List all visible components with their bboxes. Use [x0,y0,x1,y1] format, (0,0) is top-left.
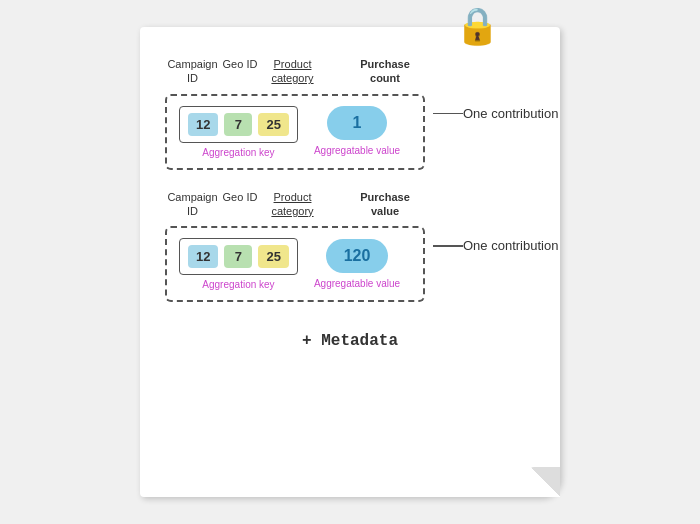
key-group-2: 12 7 25 [179,238,298,275]
contribution-inner-2: Campaign ID Geo ID Product category Purc… [165,190,425,303]
line-connector-2 [433,245,463,247]
key-plus-label-2: 12 7 25 Aggregation key [179,238,298,290]
contribution-row-1: Campaign ID Geo ID Product category Purc… [165,57,535,170]
campaign-header-2: Campaign ID [165,190,220,219]
contribution-block-2: Campaign ID Geo ID Product category Purc… [165,190,535,303]
agg-value-bubble-2: 120 [326,239,389,273]
contribution-row-2: Campaign ID Geo ID Product category Purc… [165,190,535,303]
cell-campaign-1: 12 [188,113,218,136]
agg-key-label-1: Aggregation key [202,147,274,158]
product-header-2: Product category [260,190,325,219]
agg-value-label-1: Aggregatable value [314,144,400,157]
value-container-2: 120 Aggregatable value [314,239,400,290]
page-container: 🔒 Campaign ID Geo ID Product category Pu… [30,17,670,507]
column-headers-1: Campaign ID Geo ID Product category Purc… [165,57,425,86]
contribution-text-1: One contribution [463,106,558,121]
contribution-text-2: One contribution [463,238,558,253]
purchase-header-2: Purchase value [345,190,425,219]
dashed-box-1: 12 7 25 Aggregation key 1 Aggregatable v… [165,94,425,170]
metadata-section: + Metadata [302,332,398,350]
agg-key-label-2: Aggregation key [202,279,274,290]
paper: 🔒 Campaign ID Geo ID Product category Pu… [140,27,560,497]
geo-header-2: Geo ID [220,190,260,204]
cell-product-2: 25 [258,245,288,268]
contribution-label-area-1: One contribution [433,106,558,121]
dashed-box-2: 12 7 25 Aggregation key 120 Aggregatable… [165,226,425,302]
agg-value-bubble-1: 1 [327,106,387,140]
lock-icon: 🔒 [455,5,500,47]
cell-geo-1: 7 [224,113,252,136]
key-group-1: 12 7 25 [179,106,298,143]
cell-product-1: 25 [258,113,288,136]
line-connector-1 [433,113,463,115]
contribution-inner-1: Campaign ID Geo ID Product category Purc… [165,57,425,170]
column-headers-2: Campaign ID Geo ID Product category Purc… [165,190,425,219]
campaign-header-1: Campaign ID [165,57,220,86]
value-container-1: 1 Aggregatable value [314,106,400,157]
contribution-block-1: Campaign ID Geo ID Product category Purc… [165,57,535,170]
agg-value-label-2: Aggregatable value [314,277,400,290]
geo-header-1: Geo ID [220,57,260,71]
contribution-label-area-2: One contribution [433,238,558,253]
product-header-1: Product category [260,57,325,86]
cell-geo-2: 7 [224,245,252,268]
cell-campaign-2: 12 [188,245,218,268]
purchase-header-1: Purchase count [345,57,425,86]
key-plus-label-1: 12 7 25 Aggregation key [179,106,298,158]
